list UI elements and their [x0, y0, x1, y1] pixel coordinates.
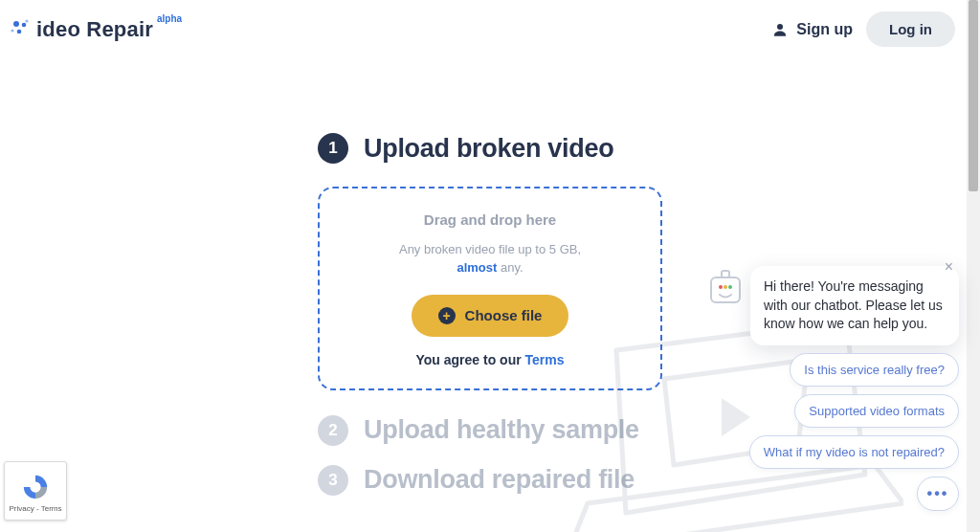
- dropzone-subtext: Any broken video file up to 5 GB, almost…: [339, 241, 641, 277]
- signup-label: Sign up: [796, 21, 853, 38]
- svg-point-5: [22, 22, 27, 27]
- recaptcha-footer[interactable]: Privacy - Terms: [10, 504, 62, 513]
- step-2: 2 Upload healthy sample: [318, 415, 662, 446]
- svg-rect-10: [711, 277, 740, 302]
- upcoming-steps: 2 Upload healthy sample 3 Download repai…: [318, 415, 662, 501]
- dots-icon: •••: [927, 485, 949, 502]
- step-1-title: Upload broken video: [364, 134, 613, 164]
- step-1-badge: 1: [318, 133, 348, 164]
- choose-file-label: Choose file: [465, 307, 543, 323]
- brand-mark-icon: [10, 19, 33, 42]
- svg-rect-11: [722, 271, 729, 277]
- site-header: ideo Repair alpha Sign up Log in: [0, 0, 980, 47]
- svg-point-4: [13, 21, 19, 27]
- brand-logo[interactable]: ideo Repair alpha: [10, 17, 182, 42]
- upload-dropzone[interactable]: Drag and drop here Any broken video file…: [318, 187, 662, 390]
- drag-drop-label: Drag and drop here: [339, 211, 641, 228]
- terms-agreement: You agree to our Terms: [339, 352, 641, 367]
- plus-icon: +: [438, 307, 456, 324]
- svg-point-9: [777, 24, 783, 30]
- step-3: 3 Download repaired file: [318, 465, 662, 496]
- brand-name: ideo Repair: [36, 17, 153, 42]
- chat-close-button[interactable]: ×: [939, 258, 959, 276]
- page-scrollbar[interactable]: [967, 0, 980, 532]
- chatbot-greeting: Hi there! You're messaging with our chat…: [750, 266, 959, 345]
- choose-file-button[interactable]: + Choose file: [412, 295, 569, 337]
- recaptcha-badge[interactable]: Privacy - Terms: [4, 461, 67, 521]
- terms-link[interactable]: Terms: [525, 352, 565, 367]
- svg-point-13: [724, 285, 727, 289]
- svg-point-12: [719, 285, 723, 289]
- chat-more-button[interactable]: •••: [917, 477, 959, 511]
- step-3-title: Download repaired file: [364, 465, 635, 495]
- brand-badge: alpha: [157, 13, 182, 24]
- step-3-badge: 3: [318, 465, 348, 496]
- chat-suggestion-3[interactable]: What if my video is not repaired?: [749, 435, 959, 469]
- svg-point-6: [17, 29, 22, 33]
- svg-point-7: [25, 19, 28, 22]
- chat-suggestion-2[interactable]: Supported video formats: [794, 394, 959, 428]
- chatbot-avatar-icon: [708, 268, 743, 308]
- scrollbar-thumb[interactable]: [969, 0, 978, 191]
- recaptcha-icon: [21, 473, 50, 501]
- subtext-tail: any.: [497, 260, 523, 275]
- svg-point-8: [11, 29, 13, 32]
- svg-point-14: [728, 285, 732, 289]
- step-2-badge: 2: [318, 415, 348, 446]
- agree-prefix: You agree to our: [415, 352, 524, 367]
- header-actions: Sign up Log in: [771, 11, 955, 47]
- chat-suggestion-1[interactable]: Is this service really free?: [790, 353, 959, 387]
- login-button[interactable]: Log in: [866, 11, 955, 47]
- chatbot-panel: × Hi there! You're messaging with our ch…: [708, 266, 959, 511]
- step-1: 1 Upload broken video: [318, 133, 662, 164]
- signup-link[interactable]: Sign up: [771, 21, 853, 38]
- almost-link[interactable]: almost: [457, 260, 497, 275]
- subtext-line1: Any broken video file up to 5 GB,: [399, 242, 581, 256]
- step-2-title: Upload healthy sample: [364, 415, 639, 445]
- user-icon: [771, 21, 789, 38]
